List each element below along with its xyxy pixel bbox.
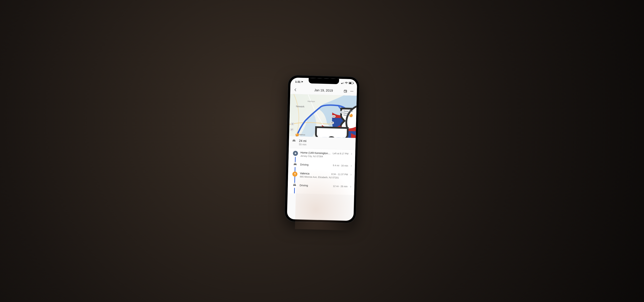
map-label-harrison: Harrison <box>308 100 315 102</box>
segment-marker <box>292 183 297 188</box>
stop-time: 8:34 - 11:37 PM <box>331 173 348 176</box>
summary-distance: 24 mi <box>299 139 306 143</box>
calendar-icon <box>344 89 348 93</box>
segment-metrics: 9.4 mi · 16 min <box>333 164 348 167</box>
battery-icon <box>349 82 353 84</box>
wifi-icon <box>345 82 348 84</box>
car-icon <box>292 139 296 143</box>
clock: 1:31 <box>295 80 300 83</box>
more-button[interactable] <box>348 88 355 94</box>
car-icon <box>293 184 296 187</box>
shield-27: 27 <box>290 128 294 131</box>
timeline-segment-1[interactable]: Driving 9.4 mi · 16 min <box>288 159 355 171</box>
segment-metrics: 12 mi · 26 min <box>333 185 348 188</box>
segment-mode: Driving <box>300 163 331 167</box>
svg-point-7 <box>352 91 353 91</box>
segment-mode: Driving <box>300 184 331 188</box>
segment-marker <box>293 162 298 167</box>
home-marker <box>293 151 298 156</box>
timeline-list[interactable]: Home (149 Kensington… Left at 8:17 PM Je… <box>288 148 355 195</box>
chevron-right-icon <box>350 153 352 155</box>
fork-knife-icon <box>294 173 296 175</box>
map-pin-valenca-label: Valenca <box>299 134 305 136</box>
svg-text:9: 9 <box>326 133 337 138</box>
stop-time: Left at 8:17 PM <box>332 152 348 155</box>
trip-summary: 24 mi 55 min <box>289 136 356 150</box>
calendar-button[interactable] <box>342 88 349 94</box>
timeline-segment-2[interactable]: Driving 12 mi · 26 min <box>288 180 354 191</box>
chevron-right-icon <box>350 185 352 188</box>
nav-bar: Jan 19, 2019 <box>290 85 357 96</box>
screen: 1:31 Jan 19, 2019 <box>287 77 357 221</box>
car-icon <box>293 163 297 167</box>
map-view[interactable]: Harrison Newark 95 9 7 78 440 440 78 22 … <box>289 94 357 138</box>
fork-knife-icon <box>350 114 351 116</box>
fork-knife-icon <box>296 133 297 135</box>
svg-point-5 <box>350 91 351 91</box>
svg-rect-0 <box>344 90 347 92</box>
stop-name: Home (149 Kensington… <box>300 151 331 155</box>
svg-point-4 <box>346 91 346 92</box>
svg-point-6 <box>352 91 352 91</box>
chevron-right-icon <box>350 173 352 176</box>
shield-440a: 440 <box>332 115 336 118</box>
shield-us9b-icon: 9 <box>298 121 357 138</box>
shield-22: 22 <box>291 123 294 125</box>
location-icon <box>301 81 304 83</box>
timeline-stop-home[interactable]: Home (149 Kensington… Left at 8:17 PM Je… <box>288 148 356 161</box>
back-button[interactable] <box>292 86 298 93</box>
restaurant-marker <box>292 172 298 177</box>
stop-name: Valenca <box>300 172 330 176</box>
chevron-left-icon <box>294 88 297 92</box>
more-horizontal-icon <box>350 89 354 93</box>
notch <box>308 78 339 84</box>
chevron-right-icon <box>350 165 352 167</box>
phone-frame: 1:31 Jan 19, 2019 <box>284 75 360 224</box>
timeline-stop-valenca[interactable]: Valenca 8:34 - 11:37 PM 665 Monroe Ave, … <box>288 169 355 182</box>
cellular-icon <box>341 82 344 84</box>
home-icon <box>294 152 296 155</box>
map-label-newark: Newark <box>296 105 304 108</box>
summary-duration: 55 min <box>299 143 306 146</box>
